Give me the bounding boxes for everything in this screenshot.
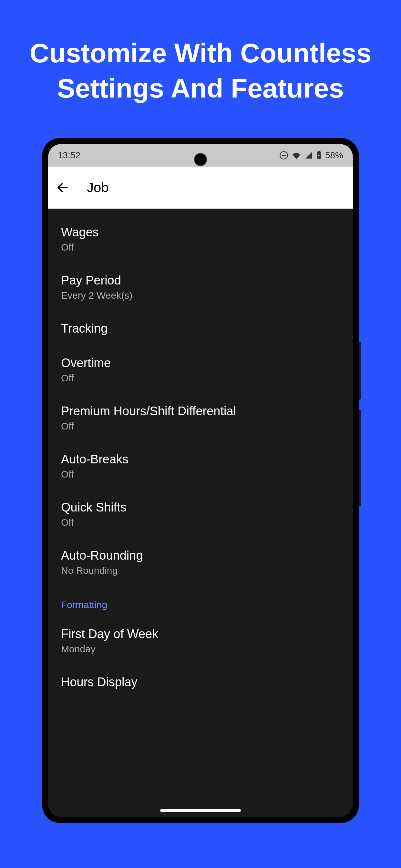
setting-hours-display[interactable]: Hours Display [48,665,353,700]
phone-side-button [359,342,361,400]
setting-subtitle: Off [61,242,340,253]
setting-title: Hours Display [61,675,340,689]
setting-quick-shifts[interactable]: Quick Shifts Off [48,490,353,538]
svg-rect-3 [318,151,320,152]
setting-title: Overtime [61,356,340,370]
setting-title: Quick Shifts [61,500,340,515]
setting-subtitle: Every 2 Week(s) [61,290,340,301]
settings-list: Wages Off Pay Period Every 2 Week(s) Tra… [48,209,353,706]
setting-overtime[interactable]: Overtime Off [48,346,353,394]
wifi-icon [291,151,301,159]
setting-subtitle: Off [61,373,340,383]
back-button[interactable] [55,180,71,196]
arrow-left-icon [56,181,69,194]
setting-wages[interactable]: Wages Off [48,215,353,263]
nav-indicator[interactable] [160,809,241,812]
battery-percent: 58% [325,150,343,160]
setting-title: Tracking [61,321,340,336]
setting-first-day-of-week[interactable]: First Day of Week Monday [48,617,353,665]
setting-title: Premium Hours/Shift Differential [61,404,340,418]
camera-punch [194,153,207,166]
setting-title: First Day of Week [61,627,340,641]
setting-title: Wages [61,225,340,239]
signal-icon [305,151,313,159]
app-bar: Job [48,166,353,209]
setting-subtitle: No Rounding [61,565,340,576]
setting-subtitle: Off [61,469,340,480]
setting-auto-breaks[interactable]: Auto-Breaks Off [48,442,353,490]
setting-premium-hours[interactable]: Premium Hours/Shift Differential Off [48,394,353,442]
setting-tracking[interactable]: Tracking [48,311,353,346]
phone-frame: 13:52 [42,138,359,823]
setting-title: Auto-Rounding [61,549,340,562]
section-header-formatting: Formatting [48,586,353,617]
page-title: Job [87,180,109,195]
battery-icon [316,151,322,160]
setting-auto-rounding[interactable]: Auto-Rounding No Rounding [48,538,353,586]
setting-title: Pay Period [61,274,340,287]
promo-heading: Customize With Countless Settings And Fe… [0,0,401,106]
setting-title: Auto-Breaks [61,453,340,466]
setting-subtitle: Off [61,517,340,528]
status-time: 13:52 [58,150,81,160]
phone-screen: 13:52 [48,144,353,817]
setting-subtitle: Off [61,421,340,432]
setting-subtitle: Monday [61,644,340,655]
phone-side-button [359,409,361,506]
do-not-disturb-icon [279,151,288,160]
setting-pay-period[interactable]: Pay Period Every 2 Week(s) [48,263,353,311]
